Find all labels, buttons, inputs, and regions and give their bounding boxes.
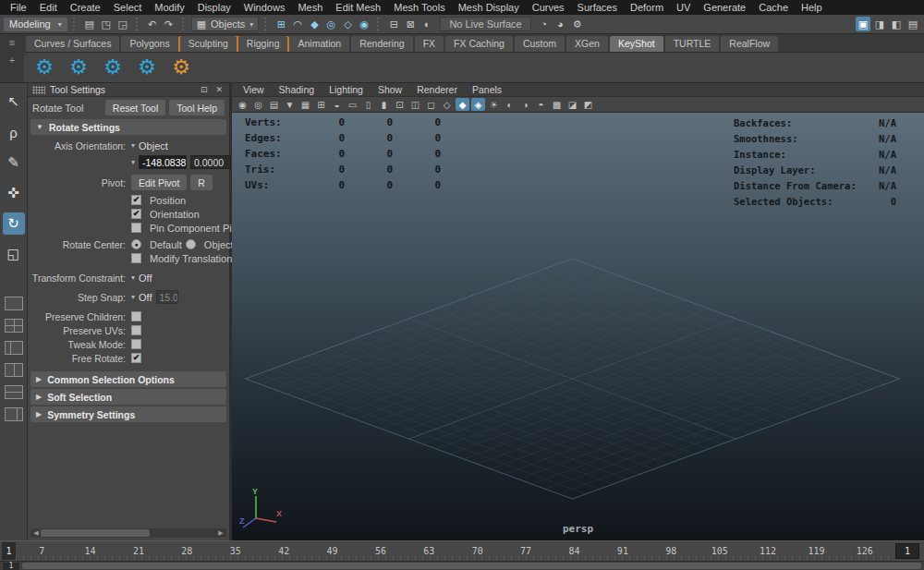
preserve-uvs-checkbox[interactable] [131,325,141,335]
snap-to-grid-icon[interactable]: ⊞ [274,17,288,31]
open-scene-icon[interactable]: ◳ [99,17,114,31]
resolution-gate-icon[interactable]: ▯ [361,98,375,111]
viewport-menu-item[interactable]: View [236,84,272,95]
viewport-menu-item[interactable]: Show [371,84,409,95]
range-start-field[interactable]: 1 [3,563,19,570]
rotate-tool-icon[interactable]: ↻ [3,212,25,235]
collapsed-section-header[interactable]: ▶ Symmetry Settings [30,406,226,422]
motion-blur-icon[interactable]: ◓ [534,98,548,111]
shelf-tab[interactable]: XGen [566,36,608,52]
tweak-mode-checkbox[interactable] [131,339,141,349]
lock-camera-icon[interactable]: ◎ [251,98,265,111]
layout-two-pane-side-button[interactable] [5,363,23,377]
selection-mask-dropdown[interactable]: ▦ Objects ▾ [191,17,260,31]
snap-to-point-icon[interactable]: ◆ [307,17,322,31]
range-slider-bar[interactable] [22,563,921,569]
shelf-tab[interactable]: Curves / Surfaces [26,36,119,52]
menuset-dropdown[interactable]: Modeling ▾ [4,18,67,31]
scroll-left-icon[interactable]: ◀ [31,529,41,537]
menu-item[interactable]: Surfaces [571,2,624,13]
menu-item[interactable]: Curves [526,2,571,13]
menu-item[interactable]: Display [191,2,237,13]
layout-single-pane-button[interactable] [5,297,23,310]
gate-mask-icon[interactable]: ▮ [377,98,391,111]
channel-box-toggle-icon[interactable]: ▤ [906,17,920,31]
layout-four-pane-button[interactable] [5,319,23,333]
select-camera-icon[interactable]: ◉ [236,98,249,111]
pin-component-pivot-checkbox[interactable] [131,223,141,233]
wireframe-icon[interactable]: ◇ [440,98,454,111]
field-chart-icon[interactable]: ⊡ [393,98,407,111]
oversampling-icon[interactable]: ◒ [330,98,344,111]
viewport-menu-item[interactable]: Shading [272,84,322,95]
keyshot-update-icon[interactable]: ⚙ [66,57,91,78]
menu-item[interactable]: UV [670,2,697,13]
paint-select-tool-icon[interactable]: ✎ [3,152,25,174]
shelf-tab-options-icon[interactable]: ≡ [9,37,15,48]
keyshot-send-scene-icon[interactable]: ⚙ [134,57,160,78]
menu-item[interactable]: Modify [148,2,190,13]
use-all-lights-icon[interactable]: ☀ [487,98,501,111]
xray-icon[interactable]: ◪ [565,98,579,111]
new-scene-icon[interactable]: ▤ [82,17,97,31]
keyshot-settings-icon[interactable]: ⚙ [168,57,194,78]
viewport-menu-item[interactable]: Lighting [322,84,371,95]
undo-icon[interactable]: ↶ [145,17,160,31]
bookmarks-icon[interactable]: ▼ [283,98,297,111]
safe-action-icon[interactable]: ◫ [408,98,422,111]
menu-item[interactable]: Edit [33,2,64,13]
rotate-value-field-2[interactable]: 0.0000 [190,155,231,169]
time-slider[interactable]: 1 7 14 21 28 35 42 49 56 63 70 77 84 91 … [0,540,924,561]
snap-to-curve-icon[interactable]: ◠ [290,17,305,31]
move-tool-icon[interactable]: ✜ [3,182,25,204]
menu-item[interactable]: Mesh Tools [387,2,451,13]
keyshot-export-icon[interactable]: ⚙ [31,57,57,78]
menu-item[interactable]: Cache [752,2,795,13]
menu-item[interactable]: Deform [624,2,670,13]
shelf-tab[interactable]: Polygons [121,36,177,52]
save-scene-icon[interactable]: ◲ [116,17,130,31]
current-frame-marker[interactable]: 1 [2,542,16,560]
shelf-tab[interactable]: KeyShot [610,36,663,52]
shadows-icon[interactable]: ◐ [503,98,517,111]
horizontal-scrollbar[interactable]: ◀ ▶ [30,528,226,538]
safe-title-icon[interactable]: ◻ [424,98,438,111]
redo-icon[interactable]: ↷ [162,17,176,31]
position-checkbox[interactable]: ✔ [131,195,141,205]
menu-item[interactable]: File [4,2,33,13]
shelf-item-menu-icon[interactable]: + [9,55,15,66]
select-tool-icon[interactable]: ↖ [3,91,25,113]
shelf-tab[interactable]: RealFlow [721,36,778,52]
viewport-menu-item[interactable]: Renderer [409,84,465,95]
make-live-icon[interactable]: ◉ [357,17,371,31]
menu-item[interactable]: Mesh [291,2,329,13]
collapsed-section-header[interactable]: ▶ Soft Selection [30,389,226,405]
construction-history-icon[interactable]: ◐ [419,17,434,31]
drag-handle-icon[interactable] [32,86,45,94]
isolate-select-icon[interactable]: ◩ [581,98,595,111]
lasso-tool-icon[interactable]: ρ [3,121,25,143]
axis-orientation-dropdown[interactable]: ▾ Object [131,140,227,152]
textured-mode-icon[interactable]: ◈ [471,98,485,111]
multisample-aa-icon[interactable]: ▩ [550,98,564,111]
scale-tool-icon[interactable]: ◱ [3,243,25,265]
screen-space-ao-icon[interactable]: ◑ [518,98,532,111]
camera-attributes-icon[interactable]: ▤ [267,98,281,111]
snap-to-view-plane-icon[interactable]: ◇ [340,17,355,31]
layout-persp-graph-button[interactable] [5,407,23,421]
tool-help-button[interactable]: Tool Help [169,100,225,115]
ipr-render-icon[interactable]: ◕ [553,17,568,31]
keyshot-live-link-icon[interactable]: ⚙ [100,57,126,78]
tool-settings-titlebar[interactable]: Tool Settings ⊡ ✕ [28,83,229,97]
input-connections-icon[interactable]: ⊟ [386,17,401,31]
shelf-tab[interactable]: FX Caching [445,36,513,52]
shelf-tab[interactable]: TURTLE [665,36,720,52]
viewport-canvas[interactable]: Verts: 0 0 0 Edges: 0 0 0 Faces: [232,113,924,540]
shaded-mode-icon[interactable]: ◆ [456,98,469,111]
menu-item[interactable]: Generate [697,2,752,13]
range-slider[interactable]: 1 [0,561,924,570]
orientation-checkbox[interactable]: ✔ [131,209,141,219]
preserve-children-checkbox[interactable] [131,311,141,321]
step-snap-degrees-field[interactable]: 15.000 [156,290,178,304]
free-rotate-checkbox[interactable]: ✔ [131,353,141,363]
